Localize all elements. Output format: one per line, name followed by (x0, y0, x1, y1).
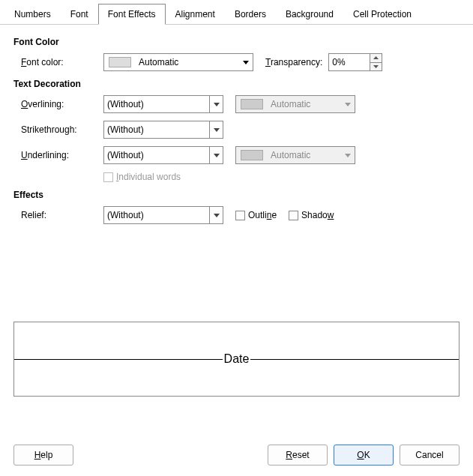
tab-cell-protection[interactable]: Cell Protection (343, 4, 421, 25)
underlining-arrow[interactable] (209, 147, 223, 163)
tab-borders[interactable]: Borders (225, 4, 276, 25)
underlining-color-value: Automatic (268, 150, 341, 160)
relief-value: (Without) (104, 210, 209, 220)
outline-checkbox[interactable]: Outline (235, 210, 277, 220)
individual-words-checkbox: Individual words (103, 172, 181, 182)
transparency-input[interactable] (329, 54, 370, 70)
strikethrough-label: Strikethrough: (21, 124, 103, 135)
tab-background[interactable]: Background (276, 4, 343, 25)
shadow-box[interactable] (289, 211, 298, 220)
transparency-label: Transparency: (265, 57, 322, 67)
underlining-value: (Without) (104, 150, 209, 160)
underlining-color-arrow (341, 147, 355, 163)
tab-bar: Numbers Font Font Effects Alignment Bord… (0, 0, 473, 25)
preview-box: Date (13, 322, 460, 397)
overlining-color-swatch (241, 99, 263, 109)
overlining-arrow[interactable] (209, 96, 223, 112)
relief-dropdown[interactable]: (Without) (103, 206, 223, 224)
overlining-color-arrow (341, 96, 355, 112)
tab-font-effects[interactable]: Font Effects (98, 4, 166, 25)
tab-alignment[interactable]: Alignment (166, 4, 225, 25)
shadow-checkbox[interactable]: Shadow (289, 210, 334, 220)
overlining-color-value: Automatic (268, 99, 341, 109)
strikethrough-arrow[interactable] (209, 121, 223, 138)
strikethrough-dropdown[interactable]: (Without) (103, 121, 223, 139)
help-button[interactable]: Help (13, 445, 73, 466)
font-color-swatch (109, 57, 131, 67)
overlining-color-dropdown: Automatic (235, 95, 355, 113)
individual-words-box (103, 172, 113, 182)
underlining-dropdown[interactable]: (Without) (103, 146, 223, 164)
transparency-up[interactable] (370, 54, 382, 63)
overlining-label: Overlining: (21, 99, 103, 109)
tab-font[interactable]: Font (61, 4, 98, 25)
ok-button[interactable]: OK (334, 445, 394, 466)
font-color-dropdown[interactable]: Automatic (103, 53, 253, 71)
individual-words-label: Individual words (116, 172, 181, 182)
preview-text: Date (223, 352, 251, 366)
strikethrough-value: (Without) (104, 124, 209, 135)
tab-numbers[interactable]: Numbers (4, 4, 61, 25)
reset-button[interactable]: Reset (268, 445, 328, 466)
button-bar: Help Reset OK Cancel (13, 445, 460, 466)
overlining-value: (Without) (104, 99, 209, 109)
transparency-spinner[interactable] (328, 53, 382, 71)
outline-box[interactable] (235, 211, 245, 220)
shadow-label: Shadow (301, 210, 334, 220)
cancel-button[interactable]: Cancel (400, 445, 460, 466)
outline-label: Outline (248, 210, 277, 220)
relief-arrow[interactable] (209, 207, 223, 223)
underlining-color-dropdown: Automatic (235, 146, 355, 164)
transparency-down[interactable] (370, 63, 382, 71)
underlining-label: Underlining: (21, 150, 103, 160)
overlining-dropdown[interactable]: (Without) (103, 95, 223, 113)
section-text-decoration: Text Decoration (13, 79, 460, 89)
font-color-value: Automatic (136, 57, 239, 67)
font-color-label: Font color: (21, 57, 103, 67)
section-effects: Effects (13, 190, 460, 200)
relief-label: Relief: (21, 210, 103, 220)
font-color-arrow[interactable] (239, 54, 253, 70)
section-font-color: Font Color (13, 37, 460, 47)
underlining-color-swatch (241, 150, 263, 160)
